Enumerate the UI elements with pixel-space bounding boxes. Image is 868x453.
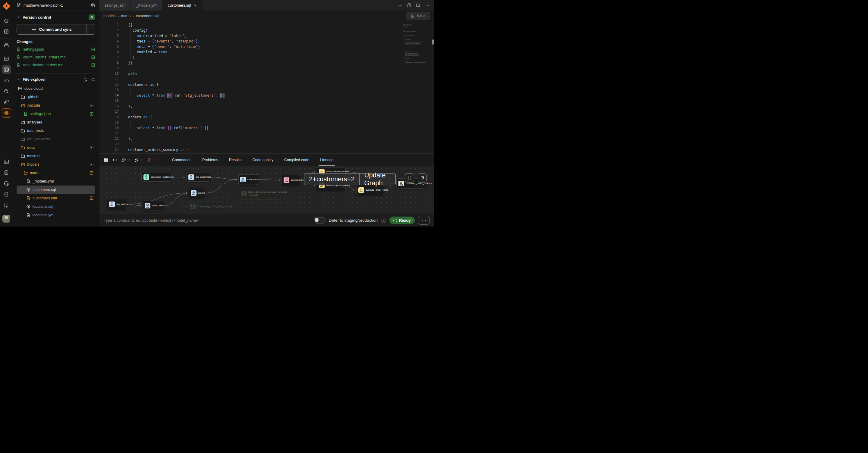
breadcrumb-marts[interactable]: marts bbox=[121, 14, 130, 18]
dot-badge-icon[interactable] bbox=[90, 162, 94, 167]
panel-tool-table[interactable] bbox=[104, 158, 108, 162]
ellipsis-icon[interactable] bbox=[425, 3, 430, 7]
rail-item-book[interactable] bbox=[2, 190, 11, 199]
tree-item-analyses[interactable]: analyses bbox=[17, 118, 95, 127]
dot-badge-icon[interactable] bbox=[90, 196, 94, 200]
lineage-node-orders[interactable]: MDLorders bbox=[189, 188, 205, 198]
dot-badge-icon[interactable] bbox=[90, 145, 94, 150]
editor-scrollbar[interactable] bbox=[432, 21, 434, 153]
search-icon[interactable] bbox=[91, 77, 95, 82]
lineage-node-test_supply_costs_sum_correctly[interactable]: TSTtest_supply_costs_sum_correctly bbox=[188, 201, 224, 212]
notebook-icon[interactable] bbox=[407, 3, 411, 7]
tree-item-customers.yml[interactable]: customers.yml bbox=[17, 194, 95, 202]
tree-item-dbt_packages[interactable]: dbt_packages bbox=[17, 135, 95, 143]
lineage-node-stg_customers[interactable]: MDLstg_customers bbox=[186, 172, 210, 182]
lineage-node-customers[interactable]: MDLcustomers bbox=[238, 174, 258, 185]
more-options-button[interactable] bbox=[418, 216, 430, 225]
panel-tab-Commands[interactable]: Commands bbox=[172, 154, 191, 166]
lineage-node-ecom.raw_customers[interactable]: SRCecom.raw_customers bbox=[141, 172, 172, 182]
changed-file-row[interactable]: settings.json bbox=[17, 45, 95, 53]
plus-icon[interactable] bbox=[398, 3, 402, 7]
panel-tool-wrench[interactable] bbox=[121, 158, 130, 162]
lineage-refresh-button[interactable] bbox=[418, 173, 427, 183]
rail-item-stack[interactable] bbox=[2, 41, 11, 50]
defer-toggle[interactable] bbox=[314, 217, 326, 224]
rail-item-code-editor[interactable] bbox=[2, 65, 11, 74]
lineage-canvas[interactable]: SRCecom.raw_customersMDLstg_customersMDL… bbox=[99, 166, 434, 214]
status-badge[interactable]: Ready bbox=[390, 217, 415, 224]
dot-badge-icon[interactable] bbox=[90, 103, 94, 107]
rail-item-dashboard[interactable] bbox=[2, 54, 11, 63]
save-button[interactable]: Save bbox=[406, 12, 430, 20]
panel-tab-Problems[interactable]: Problems bbox=[202, 154, 218, 166]
chevron-down-icon[interactable] bbox=[17, 77, 21, 81]
rail-item-notebook[interactable] bbox=[2, 27, 11, 36]
lineage-node-test_order_items_compute_to_bools[interactable]: TSTtest_order_items_compute_to_bools _co… bbox=[239, 188, 281, 200]
panel-tab-Compiled code[interactable]: Compiled code bbox=[284, 154, 309, 166]
breadcrumb-file[interactable]: customers.sql bbox=[136, 14, 159, 18]
lineage-node-stg_orders[interactable]: MDLstg_orders bbox=[107, 199, 127, 209]
rail-item-terminal[interactable] bbox=[2, 157, 11, 166]
rail-item-headset[interactable] bbox=[2, 179, 11, 188]
plus-badge-icon[interactable] bbox=[90, 112, 94, 116]
stage-file-icon[interactable] bbox=[91, 47, 95, 52]
tree-item-macros[interactable]: macros bbox=[17, 152, 95, 160]
panel-tab-Results[interactable]: Results bbox=[229, 154, 242, 166]
minimap[interactable]: {{ config( materialized = "table", tags … bbox=[402, 23, 429, 89]
branch-selector[interactable]: matthewshaver-patch-1 bbox=[13, 0, 99, 11]
tree-item-label: _models.yml bbox=[33, 179, 54, 184]
rail-item-atom[interactable] bbox=[2, 108, 11, 118]
tree-item-marts[interactable]: marts bbox=[17, 169, 95, 177]
panel-tool-code-tag[interactable] bbox=[113, 158, 117, 162]
rail-item-clipboard[interactable] bbox=[2, 168, 11, 177]
tree-item-settings.json[interactable]: settings.json bbox=[17, 110, 95, 118]
rail-item-canvas[interactable] bbox=[2, 76, 11, 85]
panel-tab-Lineage[interactable]: Lineage bbox=[320, 154, 334, 166]
stage-file-icon[interactable] bbox=[91, 63, 95, 67]
node-label: customers bbox=[291, 179, 302, 182]
code-editor[interactable]: 123456789101112131415161718192021222324 … bbox=[99, 21, 434, 153]
rail-item-avatar[interactable] bbox=[2, 214, 11, 223]
tree-item-locations.yml[interactable]: locations.yml bbox=[17, 211, 95, 219]
panel-tool-wand[interactable] bbox=[147, 158, 156, 162]
commit-options-chevron[interactable] bbox=[87, 24, 95, 34]
rail-item-building[interactable] bbox=[2, 201, 11, 209]
tree-item-data-tests[interactable]: data-tests bbox=[17, 127, 95, 135]
tree-item-_models.yml[interactable]: _models.yml bbox=[17, 177, 95, 186]
editor-tab-customers.sql[interactable]: customers.sql bbox=[163, 0, 202, 10]
editor-tab-_models.yml[interactable]: _models.yml bbox=[131, 0, 162, 10]
copy-icon[interactable] bbox=[91, 3, 95, 7]
rail-item-orchestration[interactable] bbox=[2, 98, 11, 107]
rail-item-insights[interactable] bbox=[2, 87, 11, 96]
close-tab-icon[interactable] bbox=[194, 4, 197, 7]
tree-item-locations.sql[interactable]: locations.sql bbox=[17, 202, 95, 211]
chevron-down-icon[interactable] bbox=[17, 15, 21, 19]
commit-and-sync-button[interactable]: Commit and sync bbox=[17, 24, 95, 35]
tree-item-docs-cloud[interactable]: docs-cloud bbox=[17, 84, 95, 93]
stage-file-icon[interactable] bbox=[91, 55, 95, 59]
tree-item-.github[interactable]: .github bbox=[17, 93, 95, 101]
tree-item-models[interactable]: models bbox=[17, 160, 95, 169]
new-file-icon[interactable] bbox=[83, 77, 87, 82]
dot-badge-icon[interactable] bbox=[90, 171, 94, 175]
lineage-node-order_items[interactable]: MDLorder_items bbox=[143, 201, 164, 211]
changed-file-row[interactable]: count_lifetime_orders.md bbox=[17, 53, 95, 61]
changed-file-row[interactable]: total_lifetime_orders.md bbox=[17, 61, 95, 69]
update-graph-button[interactable]: Update Graph bbox=[360, 173, 396, 185]
panel-tool-broom[interactable] bbox=[134, 158, 143, 162]
panel-tab-Code quality[interactable]: Code quality bbox=[252, 154, 273, 166]
dbt-logo-icon[interactable] bbox=[2, 2, 10, 10]
rail-item-home[interactable] bbox=[2, 16, 11, 25]
editor-tab-settings.json[interactable]: settings.json bbox=[99, 0, 131, 10]
tree-item-.vscode[interactable]: .vscode bbox=[17, 101, 95, 110]
lineage-selector-input[interactable]: 2+customers+2 bbox=[304, 173, 359, 185]
tree-item-customers.sql[interactable]: customers.sql bbox=[17, 186, 95, 194]
tree-item-docs[interactable]: docs bbox=[17, 143, 95, 152]
lineage-fullscreen-button[interactable] bbox=[405, 173, 414, 183]
help-icon[interactable]: ? bbox=[381, 218, 386, 223]
lineage-node-customers[interactable]: SEMcustomers bbox=[281, 175, 300, 185]
command-bar[interactable]: Type a command, ex. dbt build --select <… bbox=[99, 214, 434, 226]
command-input-placeholder[interactable]: Type a command, ex. dbt build --select <… bbox=[104, 218, 199, 223]
breadcrumb-models[interactable]: models bbox=[103, 14, 116, 18]
columns-icon[interactable] bbox=[416, 3, 421, 7]
